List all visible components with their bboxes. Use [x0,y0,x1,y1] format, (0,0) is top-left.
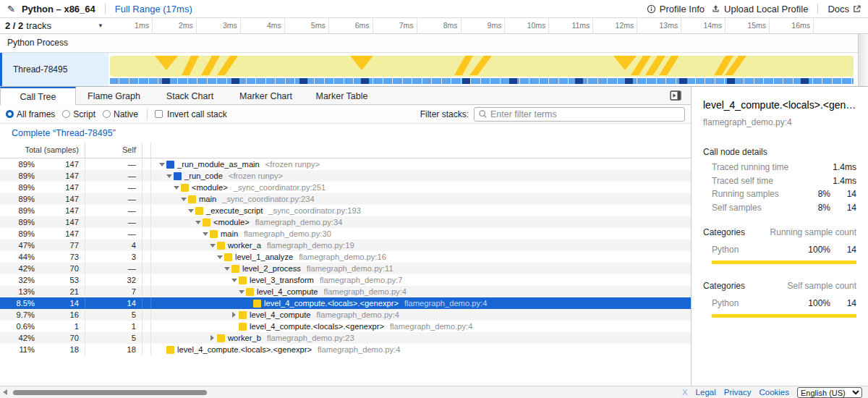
sample-cluster-marker [462,78,470,84]
open-sidebar-icon[interactable] [670,90,681,101]
category-yellow-square-icon [253,300,261,308]
call-tree-row[interactable]: 89%147—_run_module_as_main<frozen runpy> [0,158,691,170]
radio-script[interactable]: Script [62,109,95,119]
ruler-tick: 11ms [549,18,593,33]
cell-function: level_4_computeflamegraph_demo.py:4 [151,309,691,321]
collapse-icon[interactable] [193,221,203,224]
tab-marker-chart[interactable]: Marker Chart [228,87,304,104]
cpu-activity-band [110,56,854,77]
collapse-icon[interactable] [222,267,231,271]
cell-spacer [142,216,151,228]
cell-total-samples: 21 [35,286,85,297]
scrollbar-thumb[interactable] [13,390,207,395]
vertical-scrollbar[interactable] [858,34,868,86]
collapse-icon[interactable] [186,209,195,213]
collapse-icon[interactable] [200,232,210,236]
column-header-self[interactable]: Self [85,143,142,158]
cell-function: level_1_analyzeflamegraph_demo.py:16 [151,251,691,263]
cell-spacer [142,170,151,182]
info-icon [647,4,656,14]
collapse-icon[interactable] [164,174,174,178]
file-location: flamegraph_demo.py:4 [318,345,400,354]
cell-spacer [142,193,151,205]
tab-stack-chart[interactable]: Stack Chart [152,87,228,104]
function-name: <module> [213,218,250,226]
cell-total-samples: 1 [35,321,85,332]
radio-all-frames[interactable]: All frames [6,109,55,119]
category-yellow-square-icon [239,311,247,319]
indent [157,245,208,246]
invert-call-stack-checkbox[interactable]: Invert call stack [155,109,227,119]
indent [157,338,208,339]
profile-info-button[interactable]: Profile Info [647,4,705,14]
activity-graph[interactable] [109,53,858,86]
cell-function: worker_bflamegraph_demo.py:23 [151,332,691,344]
call-tree-controls: All framesScriptNative Invert call stack… [0,105,691,124]
upload-profile-button[interactable]: Upload Local Profile [711,4,808,14]
call-tree-row[interactable]: 11%1818level_4_compute.<locals>.<genexpr… [0,344,691,355]
call-tree-row[interactable]: 44%733level_1_analyzeflamegraph_demo.py:… [0,251,691,263]
cell-total-percent: 8.5% [0,299,35,308]
call-tree-row[interactable]: 47%774worker_aflamegraph_demo.py:19 [0,240,691,251]
footer-link-legal[interactable]: Legal [696,388,716,397]
collapse-icon[interactable] [157,163,166,166]
breadcrumb-row: Complete “Thread-78495” [0,124,691,143]
indent [157,280,229,281]
function-name: _execute_script [206,206,263,215]
category-bar [712,314,856,318]
footer-link-cookies[interactable]: Cookies [759,388,789,397]
footer-link-x[interactable]: X [682,388,688,397]
call-tree-row[interactable]: 89%147—mainflamegraph_demo.py:30 [0,228,691,240]
tab-marker-table[interactable]: Marker Table [304,87,380,104]
function-name: <module> [192,183,228,192]
collapse-icon[interactable] [215,255,224,259]
cell-function: _execute_script_sync_coordinator.py:193 [151,205,691,216]
footer-link-privacy[interactable]: Privacy [724,388,752,397]
collapse-icon[interactable] [179,198,188,201]
call-tree-row[interactable]: 89%147—<module>flamegraph_demo.py:34 [0,216,691,228]
ruler-tick: 13ms [637,18,681,33]
collapse-icon[interactable] [208,244,217,247]
cell-self-samples: 4 [85,240,142,251]
call-tree-row[interactable]: 32%5332level_3_transformflamegraph_demo.… [0,274,691,286]
full-range-button[interactable]: Full Range (17ms) [115,4,192,14]
column-header-total[interactable]: Total (samples) [0,143,85,158]
scroll-left-icon[interactable] [3,389,7,395]
call-tree-row[interactable]: 0.6%11level_4_compute.<locals>.<genexpr>… [0,321,691,332]
collapse-icon[interactable] [237,290,246,294]
categories-count-label: Running sample count [770,227,856,237]
call-tree-row[interactable]: 13%217level_4_computeflamegraph_demo.py:… [0,286,691,297]
call-tree-row[interactable]: 9.7%165level_4_computeflamegraph_demo.py… [0,309,691,321]
footer-bar: X LegalPrivacyCookies English (US) [0,386,868,398]
thread-track-label[interactable]: Thread-78495 [0,53,109,86]
call-tree-row[interactable]: 89%147—_execute_script_sync_coordinator.… [0,205,691,216]
tab-call-tree[interactable]: Call Tree [0,87,76,105]
call-tree-row[interactable]: 42%70—level_2_processflamegraph_demo.py:… [0,263,691,274]
expand-icon[interactable] [229,312,239,318]
tab-flame-graph[interactable]: Flame Graph [76,87,152,104]
file-location: _sync_coordinator.py:251 [234,183,326,192]
horizontal-scrollbar[interactable] [3,389,207,395]
call-tree-row[interactable]: 89%147—_run_code<frozen runpy> [0,170,691,182]
collapse-icon[interactable] [229,279,239,282]
cell-self-samples: 5 [85,332,142,344]
docs-link[interactable]: Docs [827,4,861,14]
cell-total-percent: 9.7% [0,310,35,319]
breadcrumb[interactable]: Complete “Thread-78495” [12,128,116,138]
cell-function: main_sync_coordinator.py:234 [151,193,691,205]
expand-icon[interactable] [208,335,217,341]
language-select[interactable]: English (US) [797,387,862,398]
call-tree-row[interactable]: 89%147—<module>_sync_coordinator.py:251 [0,182,691,193]
collapse-icon[interactable] [171,186,181,190]
call-tree-row[interactable]: 8.5%1414level_4_compute.<locals>.<genexp… [0,297,691,309]
call-node-details-header: Call node details [703,147,856,157]
tracks-summary-dropdown[interactable]: 2 / 2 tracks ▼ [0,18,109,33]
cell-function: level_3_transformflamegraph_demo.py:7 [151,274,691,286]
process-track-header[interactable]: Python Process [0,34,868,53]
edit-profile-name-icon[interactable]: ✎ [7,4,15,14]
call-tree-row[interactable]: 89%147—main_sync_coordinator.py:234 [0,193,691,205]
call-tree-row[interactable]: 42%705worker_bflamegraph_demo.py:23 [0,332,691,344]
function-name: level_4_compute [257,287,318,296]
radio-native[interactable]: Native [103,109,138,119]
filter-stacks-input[interactable] [474,107,685,122]
